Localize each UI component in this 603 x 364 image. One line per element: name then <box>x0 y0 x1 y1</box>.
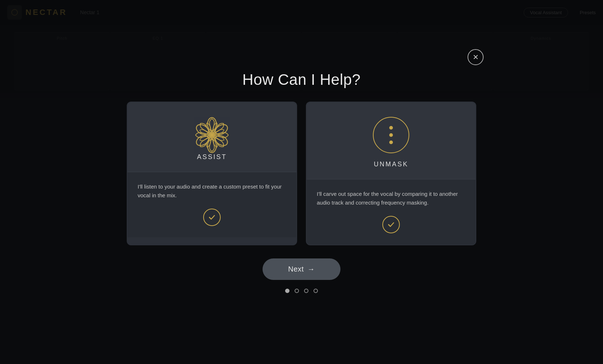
cards-row: ASSIST I'll listen to your audio and cre… <box>127 102 476 245</box>
next-button[interactable]: Next → <box>263 258 340 280</box>
assist-card-bottom: I'll listen to your audio and create a c… <box>127 172 296 237</box>
close-icon: ✕ <box>473 53 479 62</box>
close-button[interactable]: ✕ <box>468 49 484 65</box>
check-svg <box>208 213 216 221</box>
pagination-dot-4[interactable] <box>314 289 318 293</box>
unmask-card[interactable]: UNMASK I'll carve out space for the voca… <box>306 102 476 245</box>
unmask-circle-icon <box>373 117 409 153</box>
unmask-dot-middle <box>389 133 393 137</box>
assist-card-label: ASSIST <box>197 153 227 161</box>
modal-title: How Can I Help? <box>243 71 361 88</box>
unmask-card-top: UNMASK <box>307 102 476 179</box>
unmask-dot-top <box>389 126 393 130</box>
pagination-dot-3[interactable] <box>304 289 308 293</box>
next-button-label: Next <box>288 265 304 273</box>
unmask-card-bottom: I'll carve out space for the vocal by co… <box>307 179 476 245</box>
unmask-card-description: I'll carve out space for the vocal by co… <box>317 190 465 207</box>
assist-card[interactable]: ASSIST I'll listen to your audio and cre… <box>127 102 297 245</box>
assist-card-description: I'll listen to your audio and create a c… <box>138 182 286 200</box>
assist-flower-icon <box>194 117 230 153</box>
pagination-dot-1[interactable] <box>285 289 289 293</box>
pagination <box>285 289 318 293</box>
modal-overlay: ✕ How Can I Help? <box>0 0 603 364</box>
unmask-check-svg <box>387 221 395 229</box>
assist-check-icon <box>203 209 221 226</box>
next-arrow-icon: → <box>307 265 315 273</box>
unmask-card-label: UNMASK <box>374 161 408 168</box>
modal: ✕ How Can I Help? <box>127 71 476 293</box>
unmask-dot-bottom <box>389 141 393 144</box>
unmask-check-icon <box>382 216 400 233</box>
unmask-dots <box>389 126 393 144</box>
pagination-dot-2[interactable] <box>295 289 299 293</box>
assist-card-top: ASSIST <box>127 102 296 172</box>
